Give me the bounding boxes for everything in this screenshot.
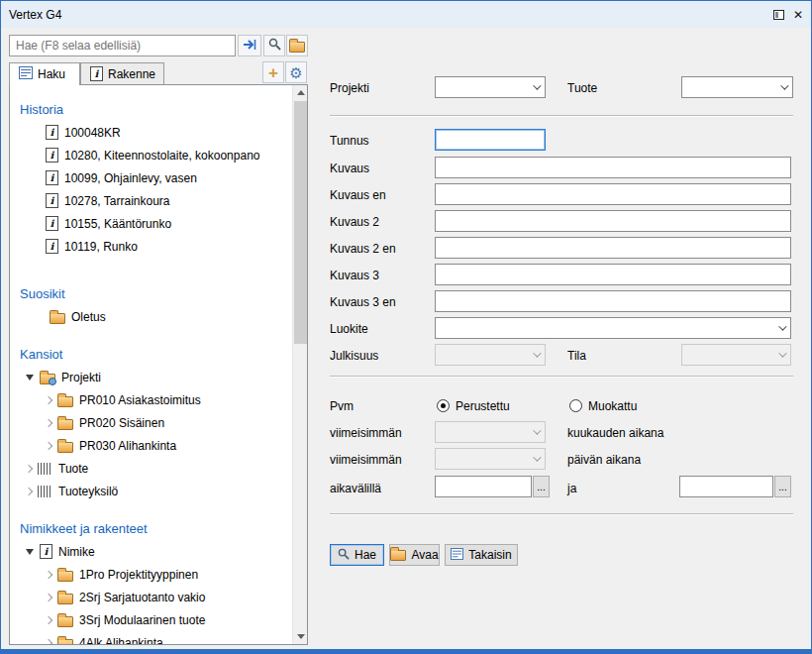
expanded-arrow-icon[interactable]	[26, 375, 34, 381]
collapsed-chevron-icon[interactable]	[45, 570, 52, 578]
tree-item-history-0[interactable]: i 100048KR	[10, 121, 292, 144]
viimeisimman-paiva-combo[interactable]	[435, 448, 546, 470]
tree-item-projekti[interactable]: Projekti	[10, 366, 292, 388]
folder-icon	[57, 571, 73, 582]
tree-item-history-4[interactable]: i 10155, Kääntörunko	[10, 212, 292, 235]
title-bar-buttons: ✕	[773, 9, 803, 21]
tree-item-history-2[interactable]: i 10099, Ohjainlevy, vasen	[10, 166, 292, 189]
tree-item-1pro[interactable]: 1Pro Projektityyppinen	[10, 563, 292, 586]
scroll-up-arrow[interactable]	[293, 85, 308, 100]
viimeisimman-kuukausi-combo[interactable]	[435, 421, 546, 443]
tab-haku[interactable]: Haku	[9, 62, 80, 85]
tree-item-4alk[interactable]: 4Alk Alihankinta	[10, 631, 292, 644]
triangle-down-icon	[297, 634, 305, 639]
tree-item-tuoteyksilo[interactable]: Tuoteyksilö	[10, 480, 292, 502]
info-document-icon: i	[90, 66, 103, 81]
julkisuus-combo[interactable]	[435, 344, 546, 366]
takaisin-button[interactable]: Takaisin	[445, 544, 518, 566]
tunnus-label: Tunnus	[330, 134, 369, 148]
kuvaus3-en-input[interactable]	[435, 290, 791, 312]
add-tab-button[interactable]: +	[262, 61, 284, 83]
muokattu-label: Muokattu	[588, 399, 637, 413]
open-folder-button[interactable]	[286, 35, 308, 56]
expanded-arrow-icon[interactable]	[26, 549, 34, 555]
magnifier-icon	[338, 548, 350, 563]
scrollbar-thumb[interactable]	[294, 101, 307, 344]
kuvaus-en-input[interactable]	[435, 183, 791, 205]
tree-item-pr020[interactable]: PR020 Sisäinen	[10, 411, 292, 434]
perustettu-radio[interactable]	[437, 399, 450, 412]
title-bar: Vertex G4 ✕	[1, 1, 811, 28]
dock-window-icon[interactable]	[773, 10, 784, 20]
tree-item-label: PR030 Alihankinta	[79, 439, 176, 453]
info-document-icon: i	[40, 544, 52, 559]
collapsed-chevron-icon[interactable]	[45, 441, 52, 449]
hae-button[interactable]: Hae	[330, 544, 384, 566]
kuvaus-en-label: Kuvaus en	[330, 188, 386, 202]
projekti-combo[interactable]	[435, 76, 546, 98]
tree-item-tuote[interactable]: Tuote	[10, 457, 292, 480]
takaisin-button-label: Takaisin	[468, 548, 511, 562]
collapsed-chevron-icon[interactable]	[25, 464, 33, 472]
info-document-icon: i	[46, 216, 58, 231]
tree-item-2srj[interactable]: 2Srj Sarjatuotanto vakio	[10, 586, 292, 608]
aikavalilla-start-browse-button[interactable]: ...	[533, 476, 550, 497]
tree-item-history-1[interactable]: i 10280, Kiteennostolaite, kokoonpano	[10, 144, 292, 166]
kuvaus2-input[interactable]	[435, 210, 791, 232]
info-document-icon: i	[46, 125, 58, 140]
tab-rakenne-label: Rakenne	[108, 67, 155, 81]
tree-item-label: 2Srj Sarjatuotanto vakio	[79, 591, 205, 604]
collapsed-chevron-icon[interactable]	[45, 638, 52, 644]
avaa-button[interactable]: Avaa	[389, 544, 440, 566]
tree-scrollbar[interactable]	[292, 85, 307, 644]
kuvaus2-en-input[interactable]	[435, 237, 791, 259]
aikavalilla-end-input[interactable]	[679, 476, 773, 497]
tree-section-nimikkeet: Nimikkeet ja rakenteet	[10, 516, 292, 540]
search-go-button[interactable]	[238, 35, 261, 56]
tree-item-label: 3Srj Modulaarinen tuote	[79, 613, 205, 627]
tree-item-3srj[interactable]: 3Srj Modulaarinen tuote	[10, 608, 292, 631]
scroll-down-arrow[interactable]	[293, 629, 308, 644]
tree-item-history-3[interactable]: i 10278, Tarrainkoura	[10, 189, 292, 212]
collapsed-chevron-icon[interactable]	[45, 395, 52, 403]
list-form-icon	[19, 66, 33, 82]
collapsed-chevron-icon[interactable]	[25, 487, 33, 494]
kuvaus3-input[interactable]	[435, 264, 791, 285]
search-input[interactable]	[9, 35, 236, 56]
folder-icon	[50, 313, 65, 324]
tila-combo[interactable]	[681, 344, 791, 366]
luokite-label: Luokite	[330, 322, 368, 336]
tree-item-history-5[interactable]: i 10119, Runko	[10, 235, 292, 258]
hae-button-label: Hae	[355, 548, 376, 562]
tree-item-pr010[interactable]: PR010 Asiakastoimitus	[10, 388, 292, 411]
tab-haku-label: Haku	[38, 67, 65, 81]
tab-rakenne[interactable]: i Rakenne	[80, 62, 164, 85]
triangle-up-icon	[297, 90, 305, 95]
tuote-combo[interactable]	[681, 76, 793, 98]
tree-item-pr030[interactable]: PR030 Alihankinta	[10, 434, 292, 457]
tunnus-input[interactable]	[435, 129, 546, 151]
chevron-down-icon	[778, 322, 786, 330]
paivan-aikana-label: päivän aikana	[567, 453, 641, 467]
chevron-down-icon	[533, 453, 541, 461]
barcode-icon	[38, 486, 52, 497]
aikavalilla-start-input[interactable]	[435, 476, 532, 497]
tree-item-label: 10119, Runko	[64, 240, 138, 254]
close-icon[interactable]: ✕	[793, 9, 803, 21]
settings-button[interactable]: ⚙	[285, 61, 307, 83]
aikavalilla-end-browse-button[interactable]: ...	[774, 476, 791, 497]
tree-item-oletus[interactable]: Oletus	[10, 305, 292, 328]
tree-section-kansiot: Kansiot	[10, 342, 292, 366]
kuvaus-input[interactable]	[435, 157, 791, 178]
tree-item-nimike[interactable]: i Nimike	[10, 540, 292, 563]
barcode-icon	[38, 463, 52, 475]
collapsed-chevron-icon[interactable]	[45, 418, 52, 426]
tree-section-historia: Historia	[10, 97, 292, 121]
search-magnifier-button[interactable]	[263, 35, 285, 56]
tree-item-label: Tuoteyksilö	[58, 485, 118, 498]
muokattu-radio[interactable]	[569, 399, 582, 412]
luokite-combo[interactable]	[435, 317, 791, 339]
collapsed-chevron-icon[interactable]	[45, 593, 52, 600]
aikavalilla-label: aikavälillä	[330, 482, 381, 495]
collapsed-chevron-icon[interactable]	[45, 615, 52, 623]
